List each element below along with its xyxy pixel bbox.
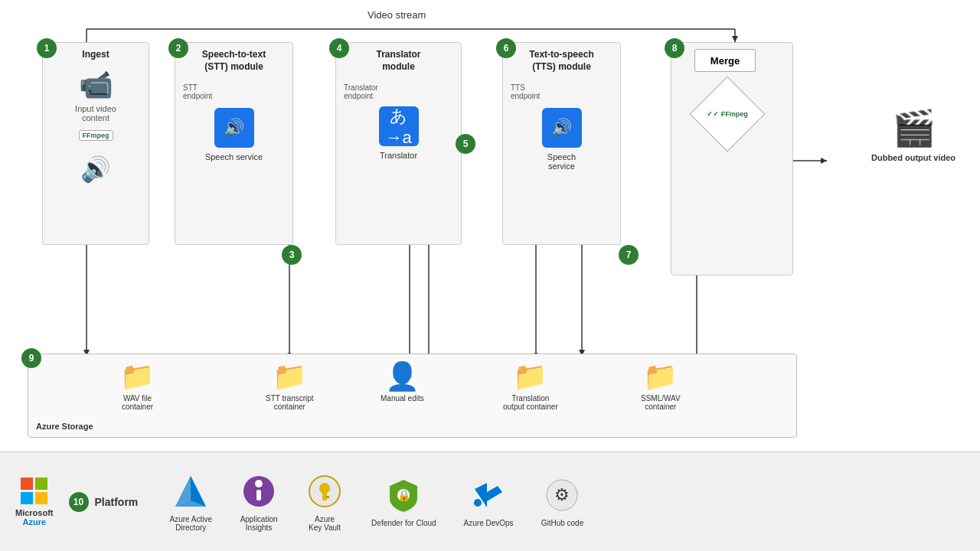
ingest-title: Ingest <box>43 49 149 61</box>
translation-output-label: Translationoutput container <box>503 394 558 411</box>
platform-github: ⚙ GitHub code <box>541 476 584 527</box>
ms-sq-red <box>21 478 33 490</box>
ms-sq-green <box>35 478 47 490</box>
ssml-container-label: SSML/WAVcontainer <box>641 394 681 411</box>
translator-service-label: Translator <box>336 151 461 160</box>
ingest-module: Ingest 📹 Input videocontent FFmpeg 🔊 <box>42 42 149 245</box>
main-diagram: Video stream 1 Ingest 📹 Input videoconte… <box>0 0 980 551</box>
ms-squares <box>21 478 48 505</box>
tts-endpoint-label: TTSendpoint <box>511 83 620 100</box>
keyvault-icon <box>305 472 344 510</box>
dubbed-output-container: 🎬 Dubbed output video <box>871 107 956 162</box>
svg-rect-40 <box>256 490 261 500</box>
platform-defender: 🔒 Defender for Cloud <box>371 476 436 527</box>
stt-module: Speech-to-text(STT) module STTendpoint 🔊… <box>175 42 293 245</box>
ms-sq-yellow <box>35 492 47 504</box>
ms-sq-blue <box>21 492 33 504</box>
platform-keyvault: AzureKey Vault <box>305 472 344 532</box>
ffmpeg-diamond-container: ✓✓ FFmpeg <box>701 87 754 141</box>
step-7-circle: 7 <box>619 245 639 265</box>
svg-point-47 <box>474 499 482 507</box>
step-4-circle: 4 <box>329 38 349 58</box>
svg-marker-3 <box>732 36 738 42</box>
dubbed-output-label: Dubbed output video <box>871 153 956 162</box>
appinsights-label: ApplicationInsights <box>240 515 278 532</box>
ms-label: Microsoft <box>15 508 54 517</box>
translation-container: 📁 Translationoutput container <box>503 360 558 411</box>
video-stream-label: Video stream <box>368 9 426 21</box>
azure-storage-label: Azure Storage <box>36 422 93 431</box>
translator-endpoint-label: Translatorendpoint <box>344 83 461 100</box>
appinsights-icon <box>240 472 278 510</box>
ffmpeg-badge-1: FFmpeg <box>43 127 149 141</box>
translator-module: Translatormodule Translatorendpoint あ→a … <box>335 42 462 245</box>
step-2-circle: 2 <box>168 38 188 58</box>
keyvault-label: AzureKey Vault <box>309 515 341 532</box>
wav-folder-icon: 📁 <box>120 360 155 393</box>
step-3-circle: 3 <box>282 245 302 265</box>
github-icon: ⚙ <box>543 476 581 514</box>
merge-module: Merge ✓✓ FFmpeg <box>671 42 793 276</box>
platform-bar: Microsoft Azure 10 Platform Azure Active… <box>0 452 980 551</box>
tts-speech-icon: 🔊 <box>503 108 620 148</box>
stt-title: Speech-to-text(STT) module <box>175 49 292 73</box>
tts-service-label: Speechservice <box>503 152 620 171</box>
stt-folder-icon: 📁 <box>273 360 307 393</box>
svg-point-39 <box>255 480 263 487</box>
ssml-folder-icon: 📁 <box>643 360 678 393</box>
step-8-circle: 8 <box>665 38 684 58</box>
svg-text:🔒: 🔒 <box>397 489 411 502</box>
aad-label: Azure ActiveDirectory <box>170 515 213 532</box>
translation-folder-icon: 📁 <box>513 360 547 393</box>
translator-title: Translatormodule <box>336 49 461 73</box>
ssml-container: 📁 SSML/WAVcontainer <box>641 360 681 411</box>
devops-icon <box>469 476 508 514</box>
person-icon: 👤 <box>385 360 420 393</box>
tts-title: Text-to-speech(TTS) module <box>503 49 620 73</box>
github-label: GitHub code <box>541 519 584 527</box>
step-1-circle: 1 <box>37 38 57 58</box>
ffmpeg-diamond: ✓✓ FFmpeg <box>690 77 766 152</box>
svg-text:⚙: ⚙ <box>554 485 570 504</box>
step-6-circle: 6 <box>496 38 516 58</box>
platform-aad: Azure ActiveDirectory <box>170 472 213 532</box>
defender-label: Defender for Cloud <box>371 519 436 527</box>
aad-icon <box>172 472 210 510</box>
stt-transcript-label: STT transcriptcontainer <box>266 394 314 411</box>
translator-icon: あ→a <box>336 106 461 146</box>
svg-marker-23 <box>821 158 827 164</box>
azure-storage-box: Azure Storage 📁 WAV filecontainer 📁 STT … <box>28 354 797 438</box>
stt-transcript-container: 📁 STT transcriptcontainer <box>266 360 314 411</box>
stt-endpoint-label: STTendpoint <box>183 83 292 100</box>
platform-label: Platform <box>95 496 141 508</box>
defender-icon: 🔒 <box>384 476 423 514</box>
manual-edits-container: 👤 Manual edits <box>381 360 424 403</box>
wav-container: 📁 WAV filecontainer <box>120 360 155 411</box>
svg-rect-44 <box>326 496 329 498</box>
platform-appinsights: ApplicationInsights <box>240 472 278 532</box>
step-5-circle: 5 <box>456 134 475 154</box>
stt-speech-icon: 🔊 <box>175 108 292 148</box>
camera-icon: 📹 <box>43 69 149 101</box>
merge-box-label: Merge <box>694 49 756 72</box>
azure-label: Azure <box>22 517 46 527</box>
step-10-circle: 10 <box>69 492 89 512</box>
ffmpeg-label: ✓✓ FFmpeg <box>701 88 753 140</box>
devops-label: Azure DevOps <box>464 519 514 527</box>
manual-edits-label: Manual edits <box>381 394 424 403</box>
svg-point-42 <box>319 483 330 494</box>
tts-module: Text-to-speech(TTS) module TTSendpoint 🔊… <box>502 42 621 245</box>
ms-azure-logo: Microsoft Azure <box>15 478 54 527</box>
video-icon: 🎬 <box>892 107 936 148</box>
speaker-icon: 🔊 <box>43 155 149 184</box>
platform-devops: Azure DevOps <box>464 476 514 527</box>
step-9-circle: 9 <box>21 348 41 368</box>
wav-container-label: WAV filecontainer <box>122 394 153 411</box>
stt-service-label: Speech service <box>175 152 292 161</box>
input-video-label: Input videocontent <box>43 104 149 122</box>
